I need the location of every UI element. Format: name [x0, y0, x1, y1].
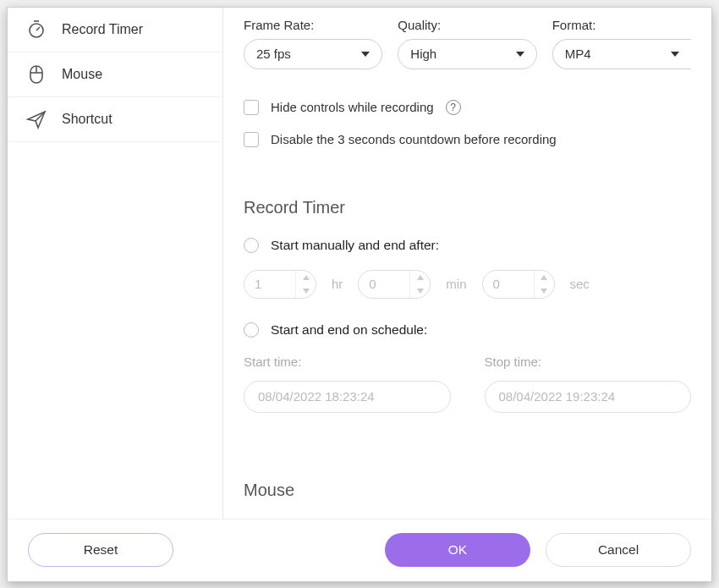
hide-controls-label: Hide controls while recording — [271, 100, 434, 114]
stop-time-label: Stop time: — [485, 354, 692, 369]
start-schedule-label: Start and end on schedule: — [271, 322, 427, 338]
encoding-options-row: Frame Rate: 25 fps Quality: High Format: — [244, 18, 691, 69]
sidebar-items: Record Timer Mouse Shortcut — [8, 8, 222, 519]
frame-rate-value: 25 fps — [256, 47, 291, 61]
disable-countdown-label: Disable the 3 seconds countdown before r… — [271, 132, 557, 146]
minutes-arrows — [409, 271, 430, 298]
hours-value: 1 — [244, 271, 295, 298]
help-icon[interactable]: ? — [446, 100, 461, 115]
minutes-up[interactable] — [410, 271, 430, 284]
frame-rate-label: Frame Rate: — [244, 18, 382, 32]
reset-button[interactable]: Reset — [28, 533, 173, 567]
seconds-up[interactable] — [535, 271, 554, 284]
timer-icon — [26, 19, 47, 40]
chevron-down-icon — [671, 52, 679, 57]
quality-label: Quality: — [398, 18, 536, 32]
mouse-icon — [26, 64, 47, 85]
format-value: MP4 — [565, 47, 591, 61]
start-schedule-row: Start and end on schedule: — [244, 322, 691, 338]
seconds-value: 0 — [483, 271, 534, 298]
reset-label: Reset — [84, 542, 118, 558]
frame-rate-select[interactable]: 25 fps — [244, 39, 382, 69]
sidebar-item-record-timer[interactable]: Record Timer — [8, 8, 222, 52]
stop-time-value: 08/04/2022 19:23:24 — [499, 389, 616, 404]
start-manual-row: Start manually and end after: — [244, 238, 691, 253]
quality-value: High — [410, 47, 436, 61]
schedule-row: Start time: 08/04/2022 18:23:24 Stop tim… — [244, 354, 691, 413]
main-area: Record Timer Mouse Shortcut — [8, 8, 711, 519]
disable-countdown-row: Disable the 3 seconds countdown before r… — [244, 132, 691, 147]
seconds-down[interactable] — [535, 284, 554, 298]
content-pane: Frame Rate: 25 fps Quality: High Format: — [223, 8, 711, 519]
chevron-down-icon — [516, 52, 524, 57]
hours-down[interactable] — [296, 284, 316, 298]
quality-select[interactable]: High — [398, 39, 536, 69]
record-timer-title: Record Timer — [244, 198, 691, 217]
hr-label: hr — [332, 277, 343, 291]
start-time-value: 08/04/2022 18:23:24 — [258, 389, 375, 404]
hours-spinner[interactable]: 1 — [244, 270, 316, 299]
minutes-down[interactable] — [410, 284, 430, 298]
frame-rate-field: Frame Rate: 25 fps — [244, 18, 382, 69]
seconds-spinner[interactable]: 0 — [482, 270, 555, 299]
mouse-section-title: Mouse — [244, 481, 691, 500]
stop-time-input[interactable]: 08/04/2022 19:23:24 — [485, 381, 692, 413]
start-schedule-radio[interactable] — [244, 322, 259, 338]
sidebar-item-mouse[interactable]: Mouse — [8, 52, 222, 97]
stop-time-col: Stop time: 08/04/2022 19:23:24 — [485, 354, 692, 413]
min-label: min — [446, 277, 466, 291]
disable-countdown-checkbox[interactable] — [244, 132, 259, 147]
cancel-button[interactable]: Cancel — [546, 533, 691, 567]
seconds-arrows — [534, 271, 554, 298]
format-label: Format: — [552, 18, 691, 32]
ok-label: OK — [448, 542, 467, 558]
chevron-down-icon — [361, 52, 370, 57]
hours-up[interactable] — [296, 271, 316, 284]
duration-row: 1 hr 0 min 0 — [244, 270, 691, 299]
paper-plane-icon — [26, 109, 47, 129]
hide-controls-row: Hide controls while recording ? — [244, 100, 691, 115]
start-time-col: Start time: 08/04/2022 18:23:24 — [244, 354, 451, 413]
sidebar: Record Timer Mouse Shortcut — [8, 8, 223, 519]
quality-field: Quality: High — [398, 18, 536, 69]
start-manual-label: Start manually and end after: — [271, 238, 439, 253]
start-time-input[interactable]: 08/04/2022 18:23:24 — [244, 381, 451, 413]
format-select[interactable]: MP4 — [552, 39, 691, 69]
sidebar-item-label: Mouse — [62, 67, 102, 82]
sidebar-item-shortcut[interactable]: Shortcut — [8, 97, 222, 142]
sec-label: sec — [570, 277, 590, 291]
start-manual-radio[interactable] — [244, 238, 259, 253]
cancel-label: Cancel — [598, 542, 639, 558]
hide-controls-checkbox[interactable] — [244, 100, 259, 115]
format-field: Format: MP4 — [552, 18, 691, 69]
hours-arrows — [295, 271, 316, 298]
start-time-label: Start time: — [244, 354, 451, 369]
sidebar-item-label: Shortcut — [62, 112, 113, 127]
footer: Reset OK Cancel — [8, 519, 711, 581]
ok-button[interactable]: OK — [385, 533, 530, 567]
minutes-spinner[interactable]: 0 — [358, 270, 431, 299]
sidebar-item-label: Record Timer — [62, 22, 143, 37]
minutes-value: 0 — [359, 271, 409, 298]
settings-window: Record Timer Mouse Shortcut — [7, 7, 712, 582]
